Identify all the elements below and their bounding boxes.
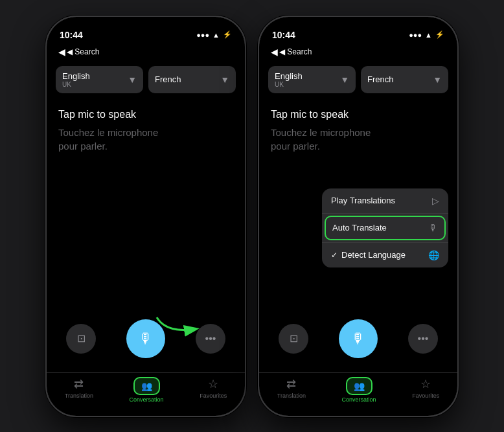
lang-english-2[interactable]: English UK ▼ (268, 66, 356, 93)
notch-2 (316, 17, 400, 35)
popup-detect-language-2[interactable]: ✓ Detect Language 🌐 (322, 243, 448, 267)
notch-1 (104, 17, 188, 35)
tab-favourites-1[interactable]: ☆ Favourites (200, 377, 227, 403)
more-icon-2: ••• (418, 333, 429, 345)
popup-menu-2: Play Translations ▷ Auto Translate 🎙 ✓ D… (322, 188, 448, 267)
lang-english-sub-2: UK (275, 81, 303, 88)
lang-french-name-1: French (155, 74, 181, 84)
lang-french-1[interactable]: French ▼ (148, 66, 236, 93)
search-bar-1: ◀ ◀ Search (47, 45, 245, 61)
subtitles-button-2[interactable]: ⊡ (279, 324, 308, 354)
subtitles-icon-1: ⊡ (77, 332, 86, 345)
time-1: 10:44 (60, 30, 83, 40)
back-label-2: ◀ Search (279, 47, 312, 56)
lang-row-2: English UK ▼ French ▼ (259, 61, 457, 98)
tab-bar-2: ⇄ Translation 👥 Conversation ☆ Favourite… (259, 372, 457, 416)
lang-french-name-2: French (367, 74, 393, 84)
tap-mic-text-2: Tap mic to speak (271, 109, 446, 120)
subtitles-button-1[interactable]: ⊡ (66, 324, 96, 354)
search-bar-2: ◀ ◀ Search (259, 45, 457, 61)
back-arrow-1: ◀ (58, 47, 65, 57)
wifi-icon-2: ▲ (425, 31, 432, 39)
tab-translation-label-1: Translation (65, 392, 93, 399)
lang-french-chevron-2: ▼ (433, 74, 442, 85)
conversation-tab-icon-1: 👥 (141, 381, 152, 391)
lang-row-1: English UK ▼ French ▼ (47, 61, 245, 98)
lang-english-chevron-2: ▼ (340, 74, 349, 85)
tab-translation-label-2: Translation (277, 392, 306, 399)
lang-french-2[interactable]: French ▼ (361, 66, 448, 93)
lang-english-name-1: English (62, 71, 90, 81)
battery-icon-1: ⚡ (223, 30, 232, 39)
popup-auto-translate-wrapper-2: Auto Translate 🎙 (322, 214, 448, 243)
main-content-2: Tap mic to speak Touchez le microphonepo… (259, 98, 457, 319)
lang-english-text-2: English UK (275, 71, 303, 88)
status-icons-1: ●●● ▲ ⚡ (196, 30, 232, 39)
back-label-1: ◀ Search (67, 47, 99, 56)
wifi-icon-1: ▲ (212, 31, 220, 39)
signal-icon-1: ●●● (196, 31, 209, 39)
lang-english-chevron-1: ▼ (128, 74, 137, 85)
touchez-text-1: Touchez le microphonepour parler. (58, 126, 233, 153)
popup-auto-translate-2[interactable]: Auto Translate 🎙 (325, 216, 446, 240)
touchez-text-2: Touchez le microphonepour parler. (271, 126, 446, 153)
translation-tab-icon-1: ⇄ (74, 377, 84, 391)
tab-conversation-label-1: Conversation (130, 396, 164, 403)
lang-french-text-1: French (155, 74, 181, 84)
lang-english-name-2: English (275, 71, 303, 81)
tab-conversation-label-2: Conversation (342, 396, 376, 403)
tab-favourites-2[interactable]: ☆ Favourites (412, 377, 439, 403)
status-icons-2: ●●● ▲ ⚡ (409, 30, 444, 39)
mic-small-icon-2: 🎙 (429, 223, 438, 233)
lang-french-chevron-1: ▼ (220, 74, 229, 85)
bottom-controls-2: ⊡ 🎙 ••• (259, 319, 457, 372)
tab-favourites-label-2: Favourites (412, 392, 439, 399)
mic-button-2[interactable]: 🎙 (339, 319, 378, 358)
lang-english-sub-1: UK (62, 81, 90, 88)
microphone-icon-1: 🎙 (139, 330, 153, 347)
tab-conversation-2[interactable]: 👥 Conversation (342, 377, 376, 403)
tab-translation-2[interactable]: ⇄ Translation (277, 377, 306, 403)
popup-play-translations-2[interactable]: Play Translations ▷ (322, 188, 448, 214)
phone-2: 10:44 ●●● ▲ ⚡ ◀ ◀ Search English (258, 16, 459, 417)
screen-2: 10:44 ●●● ▲ ⚡ ◀ ◀ Search English (259, 17, 457, 416)
time-2: 10:44 (272, 30, 295, 40)
mic-row-2: ⊡ 🎙 ••• (279, 319, 438, 358)
favourites-tab-icon-2: ☆ (420, 377, 431, 391)
conversation-tab-icon-2: 👥 (354, 381, 365, 391)
favourites-tab-icon-1: ☆ (208, 377, 218, 391)
conversation-tab-active-1: 👥 (133, 377, 160, 395)
main-content-1: Tap mic to speak Touchez le microphonepo… (47, 98, 245, 319)
more-icon-1: ••• (205, 333, 216, 345)
screen-1: 10:44 ●●● ▲ ⚡ ◀ ◀ Search English (47, 17, 245, 416)
conversation-tab-active-2: 👥 (346, 377, 372, 395)
lang-french-text-2: French (367, 74, 393, 84)
phone-1: 10:44 ●●● ▲ ⚡ ◀ ◀ Search English (45, 16, 246, 417)
translation-tab-icon-2: ⇄ (286, 377, 296, 391)
tab-conversation-1[interactable]: 👥 Conversation (130, 377, 164, 403)
back-button-2[interactable]: ◀ ◀ Search (271, 47, 312, 57)
bottom-controls-1: ⊡ 🎙 ••• (47, 319, 245, 372)
play-icon-2: ▷ (432, 196, 439, 206)
tap-mic-text-1: Tap mic to speak (58, 109, 233, 120)
detect-lang-row-2: ✓ Detect Language (331, 250, 406, 260)
tab-bar-1: ⇄ Translation 👥 Conversation ☆ Favourite… (47, 372, 245, 416)
detect-language-label-2: Detect Language (341, 250, 406, 260)
microphone-icon-2: 🎙 (351, 330, 365, 347)
subtitles-icon-2: ⊡ (290, 332, 298, 345)
play-translations-label-2: Play Translations (331, 196, 395, 205)
globe-icon-2: 🌐 (428, 250, 439, 260)
lang-english-text-1: English UK (62, 71, 90, 88)
back-button-1[interactable]: ◀ ◀ Search (58, 47, 99, 57)
signal-icon-2: ●●● (409, 31, 422, 39)
detect-check-2: ✓ (331, 251, 338, 260)
tab-favourites-label-1: Favourites (200, 392, 227, 399)
green-arrow-1 (154, 311, 205, 339)
battery-icon-2: ⚡ (435, 30, 444, 39)
more-button-2[interactable]: ••• (408, 324, 438, 354)
lang-english-1[interactable]: English UK ▼ (56, 66, 143, 93)
tab-translation-1[interactable]: ⇄ Translation (65, 377, 93, 403)
back-arrow-2: ◀ (271, 47, 278, 57)
auto-translate-label-2: Auto Translate (332, 223, 387, 233)
